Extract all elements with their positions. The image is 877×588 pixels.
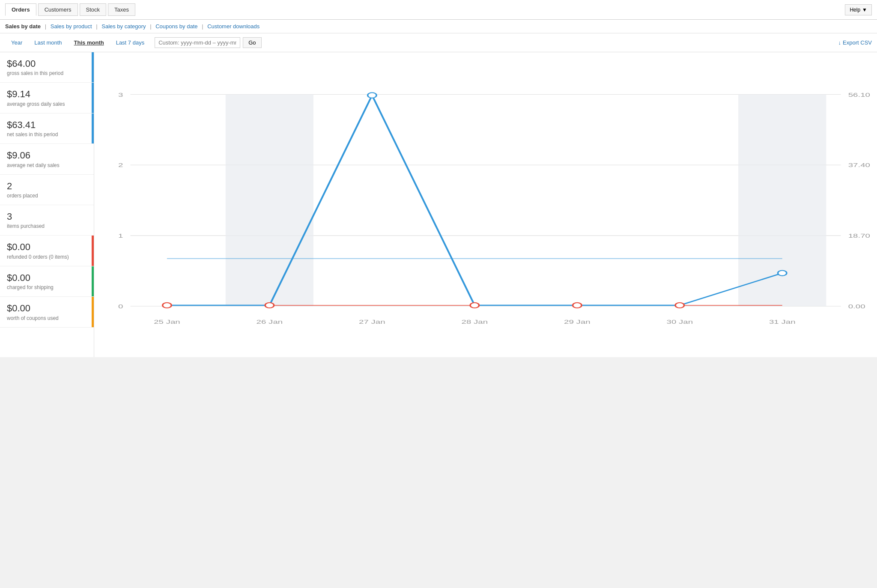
top-bar: Orders Customers Stock Taxes Help ▼ — [0, 0, 877, 20]
period-tab-this-month[interactable]: This month — [68, 37, 110, 48]
stat-avg-net: $9.06 average net daily sales — [0, 144, 94, 174]
stat-bar-orange — [92, 297, 94, 327]
download-icon: ↓ — [838, 39, 841, 46]
svg-text:1: 1 — [118, 233, 123, 239]
stat-bar-blue-1 — [92, 52, 94, 82]
svg-text:0: 0 — [118, 304, 123, 310]
svg-text:27 Jan: 27 Jan — [359, 319, 385, 325]
svg-point-25 — [470, 303, 479, 308]
stat-refunds-value: $0.00 — [7, 242, 87, 253]
svg-text:37.40: 37.40 — [848, 162, 870, 168]
svg-point-22 — [163, 303, 172, 308]
stat-avg-gross-label: average gross daily sales — [7, 101, 87, 107]
stat-bar-red — [92, 236, 94, 266]
chart-area: 0 1 2 3 0.00 18.70 37.40 56.10 25 Jan 26… — [94, 52, 877, 357]
stat-gross-sales-label: gross sales in this period — [7, 70, 87, 76]
chevron-down-icon: ▼ — [862, 7, 867, 13]
stat-items: 3 items purchased — [0, 205, 94, 236]
svg-text:25 Jan: 25 Jan — [154, 319, 180, 325]
stat-net-sales-label: net sales in this period — [7, 131, 87, 137]
subnav-current: Sales by date — [5, 23, 41, 30]
svg-point-27 — [675, 303, 684, 308]
svg-text:26 Jan: 26 Jan — [257, 319, 283, 325]
svg-text:3: 3 — [118, 92, 123, 98]
svg-text:28 Jan: 28 Jan — [462, 319, 488, 325]
help-button[interactable]: Help ▼ — [845, 4, 872, 15]
export-csv-button[interactable]: ↓ Export CSV — [838, 39, 872, 46]
svg-text:29 Jan: 29 Jan — [564, 319, 591, 325]
period-tab-last-month[interactable]: Last month — [28, 37, 68, 48]
stat-orders-label: orders placed — [7, 193, 87, 199]
subnav-customer-downloads[interactable]: Customer downloads — [207, 23, 260, 30]
stat-items-label: items purchased — [7, 223, 87, 229]
stat-gross-sales: $64.00 gross sales in this period — [0, 52, 94, 83]
period-tab-last-7-days[interactable]: Last 7 days — [110, 37, 151, 48]
subnav-sales-by-product[interactable]: Sales by product — [51, 23, 92, 30]
svg-text:18.70: 18.70 — [848, 233, 870, 239]
stats-panel: $64.00 gross sales in this period $9.14 … — [0, 52, 94, 357]
svg-text:31 Jan: 31 Jan — [769, 319, 796, 325]
stat-avg-net-value: $9.06 — [7, 150, 87, 161]
stat-refunds: $0.00 refunded 0 orders (0 items) — [0, 236, 94, 266]
svg-text:2: 2 — [118, 162, 123, 168]
tab-stock[interactable]: Stock — [80, 3, 107, 16]
sep4: | — [202, 23, 203, 30]
stat-coupons-value: $0.00 — [7, 303, 87, 314]
go-button[interactable]: Go — [243, 37, 261, 48]
custom-date-input[interactable] — [155, 37, 240, 48]
sep1: | — [45, 23, 46, 30]
period-tab-year[interactable]: Year — [5, 37, 28, 48]
stat-bar-green — [92, 266, 94, 296]
stat-net-sales-value: $63.41 — [7, 119, 87, 131]
stat-items-value: 3 — [7, 211, 87, 222]
svg-point-23 — [265, 303, 274, 308]
period-bar: Year Last month This month Last 7 days G… — [0, 33, 877, 52]
svg-rect-19 — [226, 94, 313, 306]
subnav-coupons-by-date[interactable]: Coupons by date — [155, 23, 197, 30]
stat-orders: 2 orders placed — [0, 175, 94, 205]
stat-avg-gross-value: $9.14 — [7, 89, 87, 100]
stat-shipping: $0.00 charged for shipping — [0, 266, 94, 297]
stat-orders-value: 2 — [7, 181, 87, 192]
svg-point-24 — [368, 93, 377, 98]
subnav-sales-by-category[interactable]: Sales by category — [101, 23, 146, 30]
stat-coupons-label: worth of coupons used — [7, 315, 87, 321]
stat-avg-net-label: average net daily sales — [7, 162, 87, 168]
stat-coupons: $0.00 worth of coupons used — [0, 297, 94, 327]
stat-shipping-value: $0.00 — [7, 272, 87, 284]
chart-container: 0 1 2 3 0.00 18.70 37.40 56.10 25 Jan 26… — [101, 59, 870, 350]
sales-chart: 0 1 2 3 0.00 18.70 37.40 56.10 25 Jan 26… — [101, 59, 870, 350]
svg-point-26 — [573, 303, 582, 308]
sep3: | — [150, 23, 151, 30]
custom-date-input-group: Go — [155, 37, 261, 48]
stat-avg-gross: $9.14 average gross daily sales — [0, 83, 94, 113]
tab-customers[interactable]: Customers — [38, 3, 78, 16]
stat-net-sales: $63.41 net sales in this period — [0, 113, 94, 144]
main-content: $64.00 gross sales in this period $9.14 … — [0, 52, 877, 357]
top-tabs: Orders Customers Stock Taxes — [5, 3, 135, 16]
svg-point-28 — [778, 271, 787, 276]
svg-text:56.10: 56.10 — [848, 92, 870, 98]
svg-text:30 Jan: 30 Jan — [666, 319, 693, 325]
tab-orders[interactable]: Orders — [5, 3, 36, 16]
period-tabs: Year Last month This month Last 7 days G… — [5, 37, 262, 48]
stat-bar-blue-2 — [92, 83, 94, 113]
stat-refunds-label: refunded 0 orders (0 items) — [7, 254, 87, 260]
stat-gross-sales-value: $64.00 — [7, 58, 87, 69]
stat-shipping-label: charged for shipping — [7, 284, 87, 290]
stat-bar-blue-3 — [92, 113, 94, 143]
tab-taxes[interactable]: Taxes — [108, 3, 135, 16]
sep2: | — [96, 23, 97, 30]
svg-text:0.00: 0.00 — [848, 304, 865, 310]
sub-nav: Sales by date | Sales by product | Sales… — [0, 20, 877, 33]
